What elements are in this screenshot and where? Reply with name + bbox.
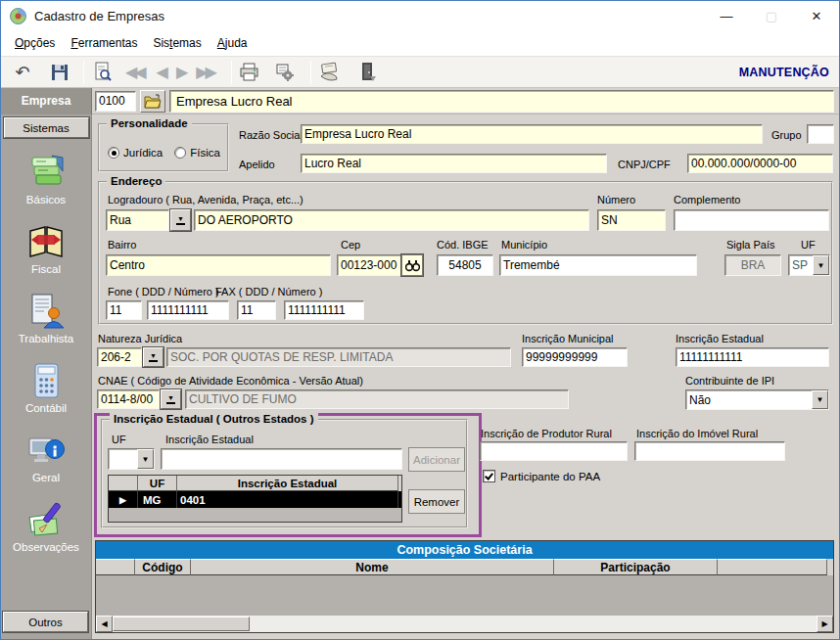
cep-label: Cep bbox=[341, 239, 360, 251]
oe-uf-label: UF bbox=[112, 434, 126, 445]
window-controls: — ▢ ✕ bbox=[704, 1, 839, 30]
sidebar-item-contabil[interactable]: Contábil bbox=[25, 361, 67, 431]
oe-uf-combo[interactable]: ▼ bbox=[108, 448, 155, 470]
oe-ie-label: Inscrição Estadual bbox=[165, 434, 254, 445]
razao-social-field[interactable] bbox=[301, 124, 763, 144]
first-record-button[interactable]: ◀◀ bbox=[125, 59, 147, 86]
sidebar-item-label: Básicos bbox=[26, 194, 66, 206]
ipi-combo[interactable]: Não ▼ bbox=[685, 389, 829, 410]
maximize-button[interactable]: ▢ bbox=[749, 1, 794, 30]
sidebar-item-fiscal[interactable]: Fiscal bbox=[26, 222, 66, 292]
logradouro-field[interactable] bbox=[194, 209, 589, 231]
endereco-title: Endereço bbox=[107, 175, 165, 187]
next-record-button[interactable]: ▶ bbox=[176, 59, 188, 86]
sidebar-item-geral[interactable]: Geral bbox=[26, 431, 66, 500]
cep-search-button[interactable] bbox=[401, 254, 423, 276]
menu-item-1[interactable]: Ferramentas bbox=[63, 32, 145, 54]
fone-ddd-field[interactable] bbox=[106, 300, 142, 320]
radio-selected-icon[interactable] bbox=[108, 147, 119, 159]
title-bar: Cadastro de Empresas — ▢ ✕ bbox=[1, 1, 839, 30]
apelido-field[interactable] bbox=[301, 154, 607, 173]
scrollbar-thumb[interactable] bbox=[113, 617, 250, 631]
inscricao-municipal-field[interactable] bbox=[522, 347, 628, 367]
chevron-down-icon[interactable]: ▼ bbox=[812, 390, 828, 409]
fax-label: FAX ( DDD / Número ) bbox=[215, 286, 322, 297]
sidebar-item-trabalhista[interactable]: Trabalhista bbox=[19, 292, 73, 361]
minimize-button[interactable]: — bbox=[704, 1, 749, 30]
preview-button[interactable] bbox=[88, 59, 116, 86]
last-record-button[interactable]: ▶▶ bbox=[196, 59, 217, 86]
paa-checkbox[interactable] bbox=[483, 470, 495, 482]
empresa-code-field[interactable] bbox=[95, 91, 136, 112]
oe-header-cell: UF bbox=[138, 476, 177, 491]
fax-numero-field[interactable] bbox=[284, 300, 364, 320]
close-button[interactable]: ✕ bbox=[794, 1, 839, 30]
fone-label: Fone ( DDD / Número ) bbox=[108, 286, 219, 297]
natureza-dropdown-button[interactable]: ▼ bbox=[143, 347, 163, 367]
cep-field[interactable] bbox=[337, 254, 401, 276]
cnae-dropdown-button[interactable]: ▼ bbox=[161, 389, 181, 409]
outros-estados-groupbox: Inscrição Estadual ( Outros Estados ) UF… bbox=[101, 419, 468, 528]
bairro-label: Bairro bbox=[108, 239, 136, 251]
tipo-logradouro-dropdown-button[interactable]: ▼ bbox=[170, 209, 191, 231]
uf-combo[interactable]: SP ▼ bbox=[788, 254, 830, 276]
sidebar-item-basicos[interactable]: Básicos bbox=[26, 153, 66, 222]
scroll-right-icon: ▶ bbox=[821, 619, 827, 628]
personalidade-options: JurídicaFísica bbox=[108, 147, 220, 159]
imovel-rural-field[interactable] bbox=[634, 441, 785, 461]
sidebar-group-outros[interactable]: Outros bbox=[3, 612, 88, 632]
print-preview-icon bbox=[92, 62, 113, 82]
folder-open-icon bbox=[144, 94, 162, 109]
undo-button[interactable]: ↶ bbox=[9, 59, 36, 86]
empresa-name-field[interactable]: Empresa Lucro Real bbox=[169, 90, 834, 113]
radio-option-0[interactable]: Jurídica bbox=[108, 147, 163, 159]
adicionar-button[interactable]: Adicionar bbox=[408, 447, 465, 472]
sidebar-group-sistemas[interactable]: Sistemas bbox=[4, 117, 89, 138]
grupo-field[interactable] bbox=[807, 124, 834, 144]
numero-field[interactable] bbox=[597, 209, 666, 231]
oe-ie-field[interactable] bbox=[161, 448, 402, 470]
radio-option-1[interactable]: Física bbox=[174, 147, 220, 159]
municipio-field[interactable] bbox=[499, 254, 697, 276]
ipi-value: Não bbox=[686, 393, 812, 407]
cnpj-field[interactable] bbox=[687, 154, 833, 173]
tipo-logradouro-field[interactable] bbox=[106, 209, 169, 231]
inscricao-estadual-field[interactable] bbox=[676, 347, 829, 367]
print-button[interactable] bbox=[236, 59, 263, 86]
sidebar-item-observacoes[interactable]: Observações bbox=[13, 500, 79, 570]
remover-button[interactable]: Remover bbox=[408, 489, 465, 514]
open-company-button[interactable] bbox=[140, 90, 165, 113]
composicao-hscrollbar[interactable]: ◀ ▶ bbox=[96, 616, 833, 632]
menu-item-2[interactable]: Sistemas bbox=[145, 32, 209, 54]
menu-item-0[interactable]: Opções bbox=[7, 32, 63, 54]
records-button[interactable] bbox=[315, 59, 345, 86]
row-indicator-icon: ▶ bbox=[109, 491, 138, 508]
window-title: Cadastro de Empresas bbox=[34, 9, 164, 23]
print-config-button[interactable] bbox=[271, 59, 299, 86]
save-button[interactable] bbox=[46, 59, 73, 86]
scroll-left-icon: ◀ bbox=[101, 619, 107, 628]
scroll-right-button[interactable]: ▶ bbox=[817, 616, 833, 632]
chevron-down-icon[interactable]: ▼ bbox=[813, 255, 829, 275]
table-row[interactable]: ▶MG0401 bbox=[109, 491, 401, 508]
binoculars-icon bbox=[405, 259, 420, 272]
cnae-codigo-field[interactable] bbox=[97, 389, 160, 409]
sidebar-items: BásicosFiscalTrabalhistaContábilGeralObs… bbox=[13, 153, 79, 570]
complemento-field[interactable] bbox=[674, 209, 829, 231]
worker-document-icon bbox=[26, 292, 66, 331]
previous-record-button[interactable]: ◀ bbox=[157, 59, 168, 86]
radio-icon[interactable] bbox=[174, 147, 186, 159]
ibge-field[interactable] bbox=[437, 254, 493, 276]
chevron-down-icon[interactable]: ▼ bbox=[137, 449, 154, 469]
dropdown-underline-icon: ▼ bbox=[166, 394, 175, 404]
calculator-icon bbox=[26, 361, 66, 400]
scroll-left-button[interactable]: ◀ bbox=[96, 616, 113, 632]
exit-button[interactable] bbox=[354, 59, 382, 86]
produtor-rural-field[interactable] bbox=[480, 441, 628, 461]
composicao-header-cell: Código bbox=[135, 559, 191, 575]
natureza-codigo-field[interactable] bbox=[97, 347, 142, 367]
bairro-field[interactable] bbox=[106, 254, 331, 276]
menu-item-3[interactable]: Ajuda bbox=[210, 32, 256, 54]
fone-numero-field[interactable] bbox=[147, 300, 229, 320]
fax-ddd-field[interactable] bbox=[237, 300, 276, 320]
